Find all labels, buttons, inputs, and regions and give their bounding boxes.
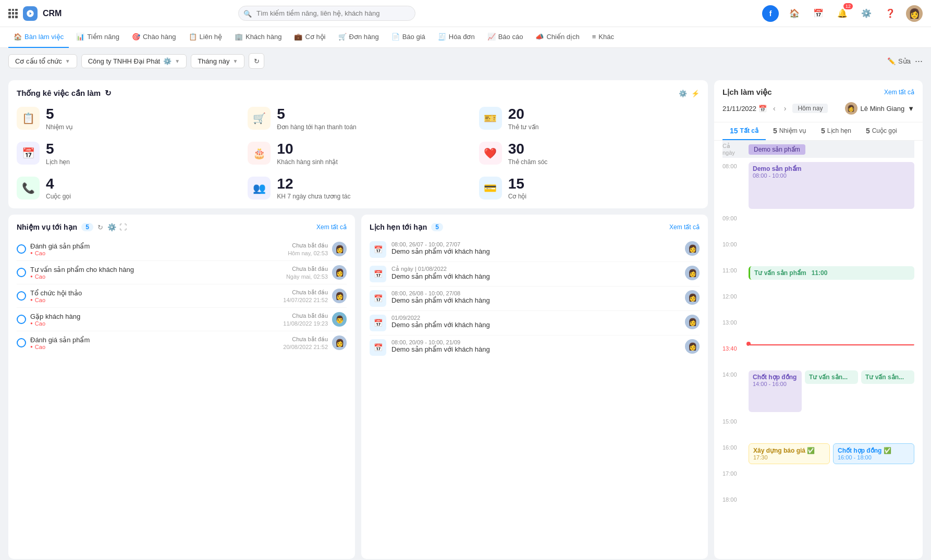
tasks-settings-icon[interactable]: ⚙️: [107, 223, 116, 231]
task-check-0[interactable]: [17, 244, 26, 254]
main-nav: 🏠 Bàn làm việc 📊 Tiềm năng 🎯 Chào hàng 📋…: [0, 27, 931, 48]
tasks-view-all[interactable]: Xem tất cả: [316, 223, 347, 231]
tasks-expand-icon[interactable]: ⛶: [119, 223, 127, 231]
home-icon[interactable]: 🏠: [786, 5, 803, 22]
grid-menu-icon[interactable]: [8, 9, 18, 18]
period-filter[interactable]: Tháng này ▼: [191, 54, 244, 68]
cal-details-1: Cả ngày | 01/08/2022 Demo sản phẩm với k…: [391, 266, 490, 280]
appt-avatar-2: 👩: [685, 290, 700, 305]
user-avatar[interactable]: 👩: [906, 5, 923, 22]
events-18: [749, 495, 914, 517]
org-filter[interactable]: Cơ cấu tổ chức ▼: [8, 54, 77, 68]
stat-lich-hen[interactable]: 📅 5 Lịch hẹn: [17, 141, 237, 166]
nav-item-khac[interactable]: ≡ Khác: [587, 27, 619, 48]
checkmark-icon: ✅: [807, 447, 815, 454]
appt-avatar-0: 👩: [685, 241, 700, 256]
schedule-user-info[interactable]: 👩 Lê Minh Giang ▼: [845, 102, 914, 115]
nav-item-bao-cao[interactable]: 📈 Báo cáo: [482, 27, 529, 48]
company-filter[interactable]: Công ty TNHH Đại Phát ⚙️ ▼: [81, 54, 187, 68]
time-slot-17: 17:00: [722, 467, 914, 493]
toolbar-right: ✏️ Sửa ···: [887, 56, 923, 67]
org-icon: ⚙️: [163, 57, 172, 65]
tab-cuoc-goi[interactable]: 5 Cuộc gọi: [859, 122, 904, 140]
appointments-view-all[interactable]: Xem tất cả: [669, 223, 700, 231]
nav-item-lien-he[interactable]: 📋 Liên hệ: [183, 27, 227, 48]
stat-cuoc-goi-info: 4 Cuộc gọi: [46, 176, 71, 201]
stat-the-cham-soc[interactable]: ❤️ 30 Thẻ chăm sóc: [479, 141, 700, 166]
demo-san-pham-event[interactable]: Demo sản phẩm 08:00 - 10:00: [749, 162, 914, 209]
task-item: Gặp khách hàng Cao Chưa bắt đầu 11/08/20…: [17, 308, 347, 331]
task-check-1[interactable]: [17, 268, 26, 277]
date-nav: 21/11/2022 📅 ‹ › Hôm nay: [722, 103, 828, 114]
stat-co-hoi[interactable]: 💳 15 Cơ hội: [479, 176, 700, 201]
tab-lich-hen[interactable]: 5 Lịch hẹn: [814, 122, 859, 140]
schedule-view-all[interactable]: Xem tất cả: [884, 89, 914, 96]
topbar-right: f 🏠 📅 🔔 12 ⚙️ ❓ 👩: [762, 5, 923, 22]
nav-item-bao-gia[interactable]: 📄 Báo giá: [386, 27, 431, 48]
task-check-4[interactable]: [17, 338, 26, 347]
stat-kh-chua-tuong-tac[interactable]: 👥 12 KH 7 ngày chưa tương tác: [248, 176, 468, 201]
chao-hang-icon: 🎯: [132, 33, 140, 41]
stat-sinh-nhat-info: 10 Khách hàng sinh nhật: [277, 141, 337, 166]
task-avatar-1: 👩: [332, 265, 347, 280]
chot-hop-dong-event[interactable]: Chốt hợp đồng 14:00 - 16:00: [749, 370, 802, 412]
filter-toolbar: Cơ cấu tổ chức ▼ Công ty TNHH Đại Phát ⚙…: [0, 48, 931, 74]
stat-sinh-nhat[interactable]: 🎂 10 Khách hàng sinh nhật: [248, 141, 468, 166]
all-day-event[interactable]: Demo sản phẩm: [749, 144, 805, 155]
nav-item-chien-dich[interactable]: 📣 Chiến dịch: [530, 27, 584, 48]
checkmark-2-icon: ✅: [884, 447, 891, 454]
refresh-icon[interactable]: ↻: [105, 89, 112, 98]
more-button[interactable]: ···: [915, 56, 923, 67]
cal-details-3: 01/09/2022 Demo sản phẩm với khách hàng: [391, 315, 490, 329]
nav-item-khach-hang[interactable]: 🏢 Khách hàng: [229, 27, 287, 48]
app-name: CRM: [43, 9, 62, 18]
task-content-3: Gặp khách hàng Cao: [30, 313, 279, 327]
events-14: Chốt hợp đồng 14:00 - 16:00 Tư vấn sản..…: [749, 370, 914, 413]
tu-van-san-pham-event[interactable]: Tư vấn sản phẩm 11:00: [749, 266, 914, 280]
task-check-3[interactable]: [17, 315, 26, 324]
settings-icon-stats[interactable]: ⚙️: [679, 90, 687, 97]
task-meta-3: Chưa bắt đầu 11/08/2022 19:23: [283, 313, 328, 327]
nav-item-tiem-nang[interactable]: 📊 Tiềm năng: [71, 27, 125, 48]
appt-avatar-3: 👩: [685, 315, 700, 329]
task-check-2[interactable]: [17, 291, 26, 301]
stat-co-hoi-info: 15 Cơ hội: [508, 176, 526, 201]
today-button[interactable]: Hôm nay: [792, 104, 828, 113]
cal-icon-2: 📅: [370, 290, 386, 307]
calendar-icon[interactable]: 📅: [810, 5, 827, 22]
tu-van-san-3-event[interactable]: Tư vấn sản...: [861, 370, 914, 384]
events-8: Demo sản phẩm 08:00 - 10:00: [749, 162, 914, 210]
stat-don-hang[interactable]: 🛒 5 Đơn hàng tới hạn thanh toán: [248, 106, 468, 131]
settings-icon[interactable]: ⚙️: [858, 5, 875, 22]
nav-item-hoa-don[interactable]: 🧾 Hóa đơn: [433, 27, 480, 48]
xay-dung-bao-gia-event[interactable]: Xây dựng báo giá ✅ 17:30: [749, 443, 830, 464]
notification-icon[interactable]: 🔔 12: [834, 5, 851, 22]
tasks-refresh-icon[interactable]: ↻: [97, 223, 103, 231]
nav-item-co-hoi[interactable]: 💼 Cơ hội: [289, 27, 330, 48]
task-meta-2: Chưa bắt đầu 14/07/2022 21:52: [283, 289, 328, 303]
next-date-arrow[interactable]: ›: [782, 103, 789, 114]
search-input[interactable]: [238, 6, 415, 21]
schedule-title-row: Lịch làm việc Xem tất cả: [722, 88, 914, 97]
edit-button[interactable]: ✏️ Sửa: [887, 57, 911, 65]
tab-all[interactable]: 15 Tất cả: [722, 122, 766, 140]
nav-item-don-hang[interactable]: 🛒 Đơn hàng: [333, 27, 384, 48]
notification-badge: 12: [843, 3, 853, 9]
tab-nhiem-vu[interactable]: 5 Nhiệm vụ: [766, 122, 814, 140]
tasks-header-icons: ⚙️ ⛶: [107, 223, 127, 231]
cal-icon-0: 📅: [370, 241, 386, 258]
stat-nhiem-vu[interactable]: 📋 5 Nhiệm vụ: [17, 106, 237, 131]
nav-item-chao-hang[interactable]: 🎯 Chào hàng: [127, 27, 181, 48]
chot-hop-dong-2-event[interactable]: Chốt hợp đồng ✅ 16:00 - 18:00: [833, 443, 914, 464]
stat-cuoc-goi[interactable]: 📞 4 Cuộc gọi: [17, 176, 237, 201]
prev-date-arrow[interactable]: ‹: [771, 103, 778, 114]
tu-van-san-2-event[interactable]: Tư vấn sản...: [805, 370, 858, 384]
cuoc-goi-stat-icon: 📞: [17, 177, 40, 200]
refresh-button[interactable]: ↻: [249, 53, 264, 69]
nav-item-ban-lam-viec[interactable]: 🏠 Bàn làm việc: [8, 27, 69, 48]
stat-don-hang-info: 5 Đơn hàng tới hạn thanh toán: [277, 106, 356, 131]
facebook-icon[interactable]: f: [762, 5, 779, 22]
stat-the-tu-van[interactable]: 🎫 20 Thẻ tư vấn: [479, 106, 700, 131]
help-icon[interactable]: ❓: [882, 5, 899, 22]
filter-icon-stats[interactable]: ⚡: [691, 90, 700, 97]
